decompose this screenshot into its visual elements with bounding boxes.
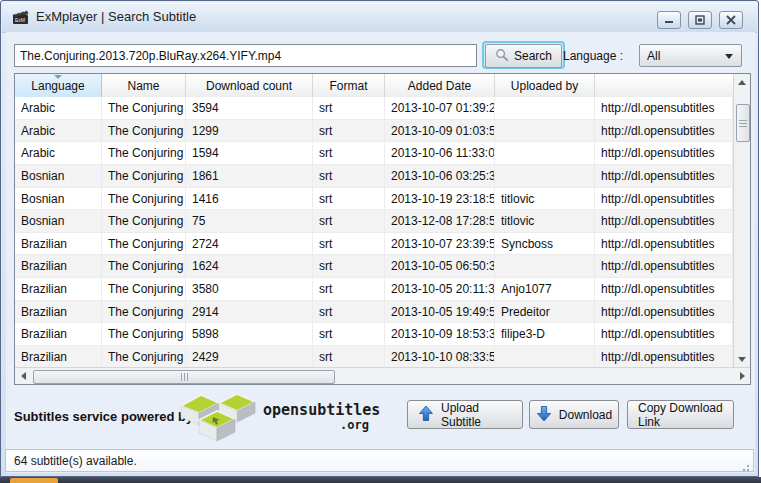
- cell-uploaded-by: [495, 165, 595, 188]
- header-uploaded-by[interactable]: Uploaded by: [495, 74, 595, 97]
- cell-uploaded-by: [495, 346, 595, 367]
- cell-language: Brazilian: [15, 278, 102, 301]
- scroll-up-button[interactable]: [734, 74, 750, 90]
- cell-uploaded-by: [495, 120, 595, 143]
- thumb-grip: [739, 120, 747, 127]
- header-url[interactable]: [595, 74, 750, 97]
- table-body: Arabic The Conjuring 3594 srt 2013-10-07…: [15, 97, 733, 367]
- table-row[interactable]: Bosnian The Conjuring 75 srt 2013-12-08 …: [15, 210, 733, 233]
- table-row[interactable]: Brazilian The Conjuring 3580 srt 2013-10…: [15, 278, 733, 301]
- cell-format: srt: [313, 165, 385, 188]
- table-row[interactable]: Arabic The Conjuring 1594 srt 2013-10-06…: [15, 142, 733, 165]
- cell-added-date: 2013-10-07 23:39:59: [385, 233, 495, 256]
- svg-text:ExM: ExM: [15, 17, 25, 23]
- minimize-button[interactable]: [657, 11, 681, 29]
- cell-name: The Conjuring: [102, 233, 186, 256]
- cell-added-date: 2013-10-19 23:18:52: [385, 188, 495, 211]
- copy-download-link-button[interactable]: Copy Download Link: [627, 400, 734, 429]
- cell-download-url: http://dl.opensubtitles: [595, 233, 733, 256]
- header-language[interactable]: Language: [15, 74, 102, 97]
- sort-indicator-icon: [54, 75, 62, 79]
- vertical-scroll-thumb[interactable]: [736, 104, 750, 142]
- table-header: Language Name Download count Format Adde…: [15, 74, 750, 98]
- cell-download-count: 1594: [186, 142, 313, 165]
- header-download-count[interactable]: Download count: [186, 74, 313, 97]
- cell-added-date: 2013-10-10 08:33:56: [385, 346, 495, 367]
- language-selected-value: All: [647, 49, 660, 63]
- arrow-down-icon: [738, 357, 746, 362]
- cell-uploaded-by: [495, 142, 595, 165]
- cell-format: srt: [313, 210, 385, 233]
- cell-format: srt: [313, 323, 385, 346]
- cell-download-url: http://dl.opensubtitles: [595, 323, 733, 346]
- scroll-down-button[interactable]: [734, 351, 750, 367]
- cell-download-url: http://dl.opensubtitles: [595, 346, 733, 367]
- cell-format: srt: [313, 346, 385, 367]
- screen: ExM ExMplayer | Search Subtitle: [0, 0, 761, 483]
- cell-name: The Conjuring: [102, 210, 186, 233]
- header-name[interactable]: Name: [102, 74, 186, 97]
- cell-download-url: http://dl.opensubtitles: [595, 120, 733, 143]
- cell-download-url: http://dl.opensubtitles: [595, 142, 733, 165]
- window-bottom-border: [0, 477, 761, 483]
- header-format[interactable]: Format: [313, 74, 385, 97]
- scroll-right-button[interactable]: [734, 368, 750, 384]
- taskbar-fragment: [10, 478, 58, 483]
- cell-name: The Conjuring: [102, 188, 186, 211]
- upload-subtitle-button[interactable]: Upload Subtitle: [407, 400, 523, 429]
- cell-language: Brazilian: [15, 301, 102, 324]
- table-row[interactable]: Bosnian The Conjuring 1861 srt 2013-10-0…: [15, 165, 733, 188]
- cell-language: Brazilian: [15, 233, 102, 256]
- horizontal-scroll-thumb[interactable]: [33, 370, 335, 384]
- cell-name: The Conjuring: [102, 301, 186, 324]
- close-button[interactable]: [719, 11, 743, 29]
- cell-format: srt: [313, 142, 385, 165]
- cell-format: srt: [313, 97, 385, 120]
- vertical-scrollbar[interactable]: [733, 74, 750, 367]
- table-row[interactable]: Brazilian The Conjuring 2724 srt 2013-10…: [15, 233, 733, 256]
- download-arrow-icon: [536, 405, 552, 425]
- cell-language: Brazilian: [15, 255, 102, 278]
- cell-language: Bosnian: [15, 210, 102, 233]
- scroll-left-button[interactable]: [15, 368, 31, 384]
- table-row[interactable]: Brazilian The Conjuring 2429 srt 2013-10…: [15, 346, 733, 367]
- search-icon: [495, 48, 509, 65]
- copy-button-label: Copy Download Link: [638, 401, 723, 429]
- maximize-button[interactable]: [688, 11, 712, 29]
- table-row[interactable]: Bosnian The Conjuring 1416 srt 2013-10-1…: [15, 188, 733, 211]
- table-row[interactable]: Arabic The Conjuring 3594 srt 2013-10-07…: [15, 97, 733, 120]
- titlebar[interactable]: ExM ExMplayer | Search Subtitle: [2, 2, 757, 33]
- cell-language: Arabic: [15, 120, 102, 143]
- cell-uploaded-by: titlovic: [495, 210, 595, 233]
- dropdown-arrow-icon: [725, 54, 733, 59]
- cell-download-count: 1416: [186, 188, 313, 211]
- cell-language: Arabic: [15, 142, 102, 165]
- cell-format: srt: [313, 120, 385, 143]
- opensubtitles-wordmark: opensubtitles: [263, 401, 380, 419]
- table-row[interactable]: Arabic The Conjuring 1299 srt 2013-10-09…: [15, 120, 733, 143]
- language-select[interactable]: All: [639, 44, 742, 67]
- cell-added-date: 2013-12-08 17:28:58: [385, 210, 495, 233]
- upload-button-label: Upload Subtitle: [441, 401, 512, 429]
- table-row[interactable]: Brazilian The Conjuring 1624 srt 2013-10…: [15, 255, 733, 278]
- cell-name: The Conjuring: [102, 142, 186, 165]
- cell-language: Arabic: [15, 97, 102, 120]
- cell-name: The Conjuring: [102, 97, 186, 120]
- subtitle-table: Language Name Download count Format Adde…: [14, 73, 751, 385]
- horizontal-scrollbar[interactable]: [15, 367, 750, 384]
- table-row[interactable]: Brazilian The Conjuring 5898 srt 2013-10…: [15, 323, 733, 346]
- cell-name: The Conjuring: [102, 120, 186, 143]
- cell-download-url: http://dl.opensubtitles: [595, 210, 733, 233]
- table-row[interactable]: Brazilian The Conjuring 2914 srt 2013-10…: [15, 301, 733, 324]
- cell-download-count: 3594: [186, 97, 313, 120]
- header-added-date[interactable]: Added Date: [385, 74, 495, 97]
- download-button[interactable]: Download: [529, 400, 619, 429]
- download-button-label: Download: [559, 408, 612, 422]
- cell-format: srt: [313, 188, 385, 211]
- cell-language: Bosnian: [15, 165, 102, 188]
- search-button[interactable]: Search: [482, 41, 565, 69]
- resize-grip[interactable]: [740, 458, 750, 468]
- filename-input[interactable]: [14, 44, 477, 67]
- cell-uploaded-by: filipe3-D: [495, 323, 595, 346]
- cell-download-count: 2914: [186, 301, 313, 324]
